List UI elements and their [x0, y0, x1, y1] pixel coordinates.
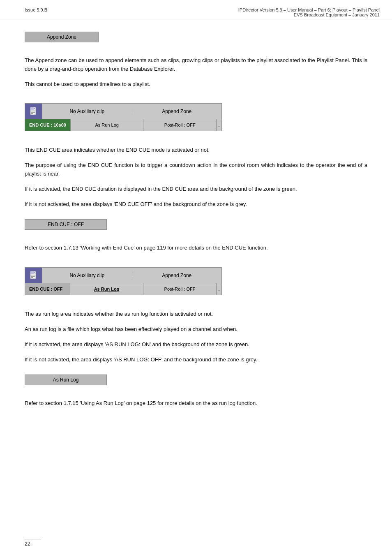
end-cue-off-section: END CUE : OFF	[25, 215, 367, 237]
panel2-end-dot: .	[217, 287, 221, 291]
playlist-panel-2-section: No Auxiliary clip Append Zone END CUE : …	[25, 259, 367, 303]
para-endcue-3: If it is activated, the END CUE duration…	[25, 185, 367, 194]
para-append-2: This cannot be used to append timelines …	[25, 80, 367, 89]
para-endcue-2: The purpose of using the END CUE functio…	[25, 161, 367, 178]
panel1-post-roll[interactable]: Post-Roll : OFF	[143, 119, 217, 131]
panel1-top-row: No Auxiliary clip Append Zone	[25, 104, 221, 119]
append-zone-section: Append Zone	[25, 32, 367, 50]
page-container: Issue 5.9.B IPDirector Version 5.9 – Use…	[0, 0, 392, 555]
panel2-end-cue[interactable]: END CUE : OFF	[25, 283, 70, 295]
append-zone-bar: Append Zone	[25, 32, 99, 42]
para-endcue-ref: Refer to section 1.7.13 'Working with En…	[25, 244, 367, 252]
header-issue: Issue 5.9.B	[25, 7, 47, 12]
para-endcue-4: If it is not activated, the area display…	[25, 200, 367, 209]
para-asrun-ref: Refer to section 1.7.15 'Using As Run Lo…	[25, 399, 367, 408]
playlist-panel-1-section: No Auxiliary clip Append Zone END CUE : …	[25, 95, 367, 139]
para-asrun-2: An as run log is a file which logs what …	[25, 325, 367, 334]
playlist-panel-1: No Auxiliary clip Append Zone END CUE : …	[25, 103, 222, 131]
end-cue-off-bar: END CUE : OFF	[25, 219, 107, 230]
panel2-append-label: Append Zone	[132, 273, 222, 278]
panel1-as-run[interactable]: As Run Log	[71, 119, 144, 131]
svg-rect-7	[30, 271, 34, 274]
panel2-post-roll[interactable]: Post-Roll : OFF	[143, 283, 217, 295]
panel2-aux-label: No Auxiliary clip	[42, 273, 132, 278]
panel2-bottom-row: END CUE : OFF As Run Log Post-Roll : OFF…	[25, 283, 221, 295]
as-run-log-bar: As Run Log	[25, 375, 107, 385]
panel1-aux-label: No Auxiliary clip	[42, 109, 132, 114]
as-run-log-bar-section: As Run Log	[25, 370, 367, 393]
svg-rect-1	[30, 107, 34, 110]
page-number: 22	[25, 539, 41, 547]
panel1-bottom-row: END CUE : 10s00 As Run Log Post-Roll : O…	[25, 119, 221, 131]
main-content: Append Zone The Append zone can be used …	[0, 32, 392, 408]
page-header: Issue 5.9.B IPDirector Version 5.9 – Use…	[0, 7, 392, 19]
panel2-as-run[interactable]: As Run Log	[70, 283, 143, 295]
para-endcue-1: This END CUE area indicates whether the …	[25, 146, 367, 155]
panel1-end-cue[interactable]: END CUE : 10s00	[25, 119, 71, 131]
panel1-end-dot: .	[217, 123, 221, 127]
header-title: IPDirector Version 5.9 – User Manual – P…	[238, 7, 380, 17]
para-append-1: The Append zone can be used to append el…	[25, 56, 367, 74]
para-asrun-4: If it is not activated, the area display…	[25, 356, 367, 364]
para-asrun-3: If it is activated, the area displays 'A…	[25, 340, 367, 349]
playlist-panel-2: No Auxiliary clip Append Zone END CUE : …	[25, 267, 222, 295]
para-asrun-1: The as run log area indicates whether th…	[25, 310, 367, 319]
panel1-append-label: Append Zone	[132, 109, 222, 114]
panel2-top-row: No Auxiliary clip Append Zone	[25, 268, 221, 283]
panel1-icon	[25, 104, 42, 119]
panel2-icon	[25, 268, 42, 283]
